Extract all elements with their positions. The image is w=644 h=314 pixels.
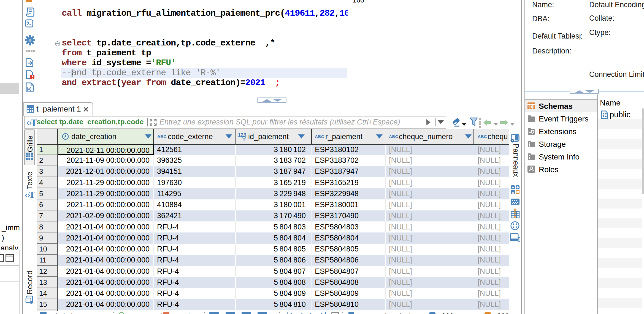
svg-text:T: T bbox=[31, 117, 37, 128]
svg-text:{x}: {x} bbox=[27, 86, 31, 91]
svg-text:T: T bbox=[29, 190, 35, 200]
